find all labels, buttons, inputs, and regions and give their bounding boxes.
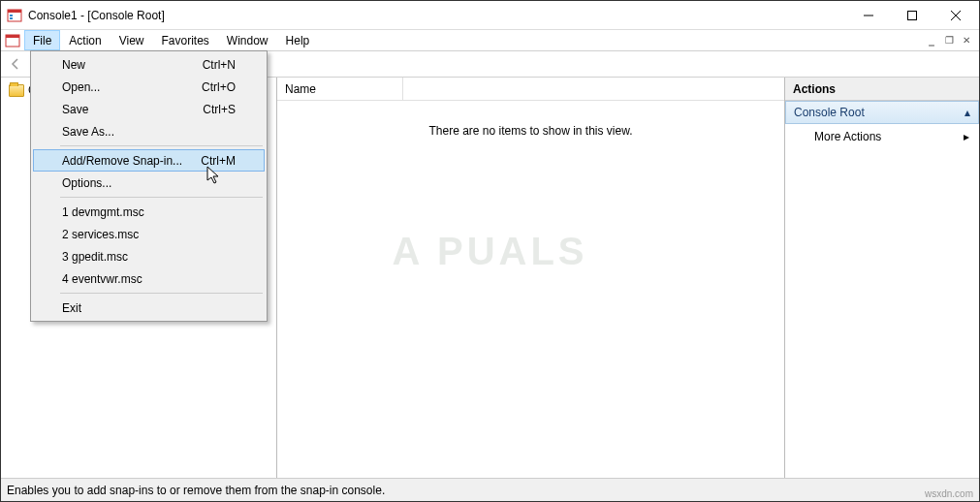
back-button[interactable] (5, 53, 26, 75)
menu-separator (60, 197, 263, 198)
menu-separator (60, 293, 263, 294)
svg-rect-3 (10, 17, 13, 19)
watermark-url: wsxdn.com (925, 488, 973, 499)
menu-window[interactable]: Window (218, 30, 277, 50)
menu-separator (60, 145, 263, 146)
menu-add-remove-snapin[interactable]: Add/Remove Snap-in...Ctrl+M (33, 149, 265, 172)
menu-recent-2[interactable]: 2 services.msc (33, 223, 265, 245)
svg-rect-5 (907, 11, 916, 19)
menu-help[interactable]: Help (277, 30, 319, 50)
collapse-icon: ▴ (964, 106, 970, 119)
status-text: Enables you to add snap-ins to or remove… (7, 484, 385, 497)
actions-root-heading[interactable]: Console Root ▴ (785, 101, 979, 124)
statusbar: Enables you to add snap-ins to or remove… (1, 478, 979, 501)
actions-more-actions[interactable]: More Actions ▸ (785, 124, 979, 149)
column-name[interactable]: Name (277, 78, 403, 100)
window-controls (846, 1, 977, 29)
maximize-button[interactable] (890, 1, 933, 29)
mdi-minimize-button[interactable]: ‗ (923, 33, 940, 48)
mmc-app-icon (7, 8, 22, 23)
svg-rect-9 (6, 35, 19, 38)
menu-save[interactable]: SaveCtrl+S (33, 98, 265, 120)
minimize-button[interactable] (846, 1, 890, 29)
menu-exit[interactable]: Exit (33, 297, 265, 319)
menu-save-as[interactable]: Save As... (33, 120, 265, 142)
svg-rect-1 (8, 10, 21, 13)
content-column-header[interactable]: Name (277, 78, 784, 101)
menu-file[interactable]: File (24, 30, 60, 50)
menu-open[interactable]: Open...Ctrl+O (33, 76, 265, 98)
column-spacer (403, 78, 784, 100)
menu-recent-1[interactable]: 1 devmgmt.msc (33, 201, 265, 223)
menu-new[interactable]: NewCtrl+N (33, 53, 265, 76)
content-pane: Name There are no items to show in this … (277, 78, 785, 478)
window-title: Console1 - [Console Root] (28, 9, 846, 22)
mdi-close-button[interactable]: ✕ (958, 33, 975, 48)
content-empty-text: There are no items to show in this view. (277, 101, 784, 478)
menu-favorites[interactable]: Favorites (153, 30, 218, 50)
menu-view[interactable]: View (111, 30, 153, 50)
svg-rect-2 (10, 15, 13, 16)
mdi-restore-button[interactable]: ❐ (940, 33, 958, 48)
close-button[interactable] (933, 1, 977, 29)
actions-header: Actions (785, 78, 979, 101)
actions-pane: Actions Console Root ▴ More Actions ▸ (785, 78, 979, 478)
menu-options[interactable]: Options... (33, 172, 265, 194)
mdi-controls: ‗ ❐ ✕ (923, 30, 975, 50)
menubar: File Action View Favorites Window Help ‗… (1, 30, 979, 51)
mmc-doc-icon (5, 33, 20, 51)
menu-action[interactable]: Action (60, 30, 110, 50)
submenu-arrow-icon: ▸ (964, 130, 969, 143)
folder-icon (9, 84, 24, 97)
file-menu-dropdown: NewCtrl+N Open...Ctrl+O SaveCtrl+S Save … (30, 50, 268, 322)
menu-recent-3[interactable]: 3 gpedit.msc (33, 245, 265, 267)
menu-recent-4[interactable]: 4 eventvwr.msc (33, 267, 265, 290)
titlebar: Console1 - [Console Root] (1, 1, 979, 30)
